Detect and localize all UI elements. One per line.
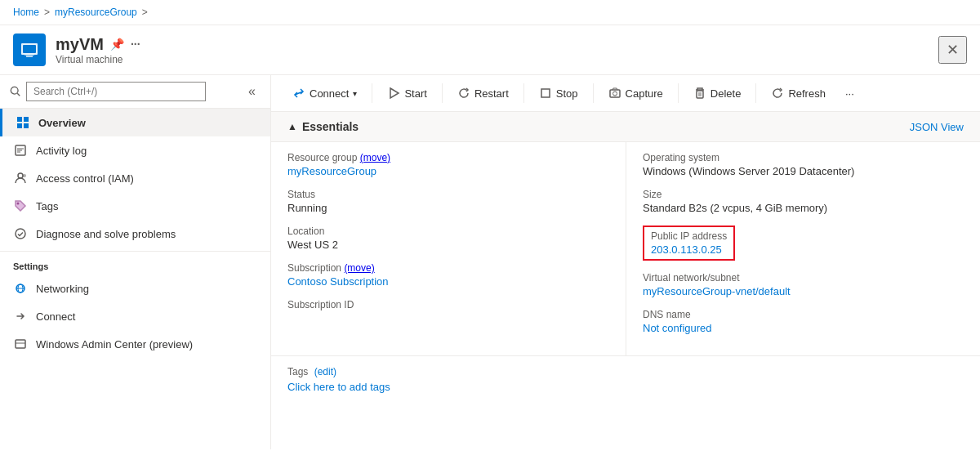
svg-rect-6	[17, 117, 22, 122]
delete-button[interactable]: Delete	[685, 82, 750, 105]
resource-group-link[interactable]: myResourceGroup	[287, 165, 376, 177]
dns-value: Not configured	[643, 322, 964, 334]
vnet-link[interactable]: myResourceGroup-vnet/default	[643, 285, 791, 297]
subscription-link[interactable]: Contoso Subscription	[287, 275, 389, 288]
collapse-button[interactable]: «	[243, 83, 261, 100]
activity-log-icon	[13, 143, 28, 158]
public-ip-box: Public IP address 203.0.113.0.25	[643, 226, 735, 261]
refresh-button[interactable]: Refresh	[763, 82, 834, 105]
svg-rect-9	[24, 123, 29, 128]
refresh-icon	[771, 87, 784, 100]
pin-icon[interactable]: 📌	[110, 38, 124, 51]
toolbar-divider-4	[593, 83, 594, 103]
svg-rect-21	[16, 340, 25, 348]
close-button[interactable]: ✕	[938, 36, 967, 64]
svg-point-4	[11, 87, 18, 94]
breadcrumb-sep1: >	[44, 7, 50, 18]
os-label: Operating system	[643, 152, 964, 163]
subscription-value: Contoso Subscription	[287, 275, 626, 288]
stop-button[interactable]: Stop	[531, 82, 586, 105]
settings-section-label: Settings	[0, 251, 270, 275]
toolbar-divider-6	[755, 83, 756, 103]
sidebar-item-access-control[interactable]: Access control (IAM)	[0, 164, 270, 192]
connect-icon	[292, 87, 305, 100]
sidebar-item-activity-log-label: Activity log	[36, 145, 87, 157]
access-control-icon	[13, 171, 28, 185]
vnet-field: Virtual network/subnet myResourceGroup-v…	[643, 272, 964, 297]
os-field: Operating system Windows (Windows Server…	[643, 152, 964, 177]
essentials-grid: Resource group (move) myResourceGroup St…	[271, 142, 980, 356]
vm-title-block: myVM 📌 ··· Virtual machine	[56, 35, 929, 65]
toolbar-divider-1	[372, 83, 372, 103]
resource-group-label: Resource group (move)	[287, 152, 626, 163]
essentials-header: ▲ Essentials JSON View	[271, 112, 980, 142]
public-ip-link[interactable]: 203.0.113.0.25	[651, 243, 722, 256]
breadcrumb-resource-group[interactable]: myResourceGroup	[55, 7, 137, 18]
toolbar-divider-3	[523, 83, 524, 103]
connect-button[interactable]: Connect ▾	[284, 82, 365, 105]
sidebar-item-diagnose-label: Diagnose and solve problems	[36, 228, 176, 240]
sidebar-item-iam-label: Access control (IAM)	[36, 172, 134, 185]
tags-edit-link[interactable]: (edit)	[314, 366, 336, 377]
capture-icon	[608, 87, 621, 100]
location-field: Location West US 2	[287, 226, 626, 251]
public-ip-field: Public IP address 203.0.113.0.25	[643, 226, 964, 261]
diagnose-icon	[13, 226, 28, 241]
resource-group-move-link[interactable]: (move)	[360, 152, 390, 163]
location-value: West US 2	[287, 239, 626, 251]
sidebar-item-overview[interactable]: Overview	[0, 109, 270, 136]
breadcrumb-home[interactable]: Home	[13, 7, 39, 18]
svg-rect-8	[17, 123, 22, 128]
sidebar-item-wac[interactable]: Windows Admin Center (preview)	[0, 330, 270, 358]
vnet-value: myResourceGroup-vnet/default	[643, 285, 964, 297]
toolbar-divider-5	[678, 83, 679, 103]
status-field: Status Running	[287, 189, 626, 214]
size-label: Size	[643, 189, 964, 200]
svg-line-5	[17, 93, 20, 96]
sidebar-item-diagnose[interactable]: Diagnose and solve problems	[0, 220, 270, 248]
svg-rect-26	[610, 90, 620, 97]
tags-section: Tags (edit) Click here to add tags	[271, 356, 980, 403]
capture-button[interactable]: Capture	[600, 82, 671, 105]
connect-sidebar-icon	[13, 309, 28, 324]
tags-add-value: Click here to add tags	[287, 381, 964, 393]
tags-add-link[interactable]: Click here to add tags	[287, 381, 390, 393]
start-icon	[387, 87, 400, 100]
svg-rect-28	[697, 91, 703, 98]
subscription-id-field: Subscription ID	[287, 299, 626, 310]
restart-button[interactable]: Restart	[449, 82, 517, 105]
sidebar-item-connect[interactable]: Connect	[0, 302, 270, 330]
search-input[interactable]	[26, 82, 206, 101]
connect-chevron: ▾	[353, 89, 357, 98]
size-field: Size Standard B2s (2 vcpus, 4 GiB memory…	[643, 189, 964, 214]
sidebar-scroll: Overview Activity log	[0, 109, 270, 449]
subscription-move-link[interactable]: (move)	[344, 262, 374, 274]
dns-link[interactable]: Not configured	[643, 322, 712, 334]
vm-title: myVM 📌 ···	[56, 35, 929, 54]
breadcrumb: Home > myResourceGroup >	[0, 0, 980, 25]
more-button[interactable]: ···	[837, 83, 862, 105]
breadcrumb-sep2: >	[142, 7, 148, 18]
header-ellipsis[interactable]: ···	[131, 38, 140, 51]
start-button[interactable]: Start	[379, 82, 434, 105]
svg-point-14	[18, 173, 23, 178]
delete-icon	[693, 87, 706, 100]
main-layout: « Overview	[0, 75, 980, 449]
svg-rect-2	[26, 56, 33, 57]
sidebar-item-overview-label: Overview	[38, 117, 86, 129]
svg-point-16	[17, 203, 20, 205]
subscription-label: Subscription (move)	[287, 262, 626, 274]
sidebar-item-networking[interactable]: Networking	[0, 275, 270, 302]
svg-point-27	[612, 92, 617, 96]
essentials-chevron-icon: ▲	[287, 121, 297, 132]
networking-icon	[13, 281, 28, 296]
wac-icon	[13, 337, 28, 351]
vm-icon	[13, 33, 46, 66]
svg-rect-1	[23, 45, 36, 53]
os-value: Windows (Windows Server 2019 Datacenter)	[643, 165, 964, 177]
search-icon	[10, 86, 21, 97]
json-view-link[interactable]: JSON View	[910, 121, 964, 133]
sidebar-item-tags[interactable]: Tags	[0, 192, 270, 220]
location-label: Location	[287, 226, 626, 237]
sidebar-item-activity-log[interactable]: Activity log	[0, 136, 270, 164]
